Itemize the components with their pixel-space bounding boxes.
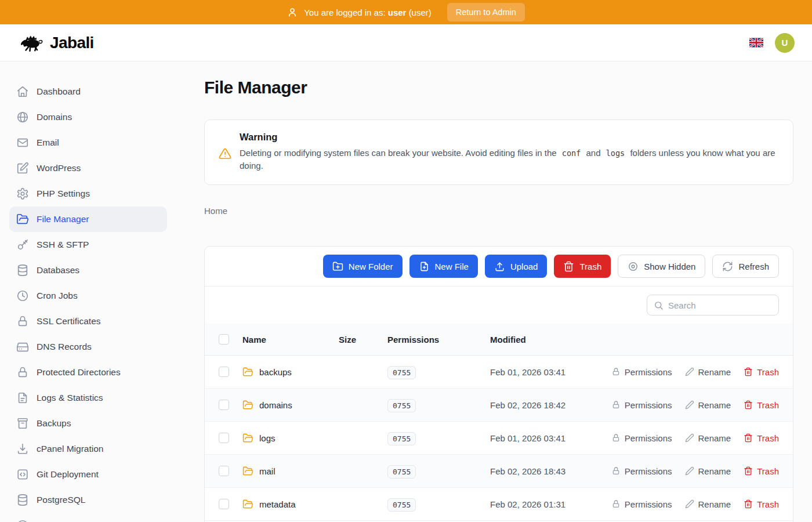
file-name-link[interactable]: domains xyxy=(242,400,339,411)
sidebar-item-label: PostgreSQL xyxy=(37,495,85,505)
language-flag-icon[interactable] xyxy=(749,38,763,48)
sidebar-item-ssh-sftp[interactable]: SSH & SFTP xyxy=(9,232,167,258)
permissions-badge: 0755 xyxy=(387,366,416,379)
warning-alert: Warning Deleting or modifying system fil… xyxy=(204,119,793,185)
show-hidden-button[interactable]: Show Hidden xyxy=(618,255,705,278)
file-plus-icon xyxy=(419,261,430,272)
trash-action[interactable]: Trash xyxy=(744,367,779,377)
column-header-permissions: Permissions xyxy=(387,335,490,345)
sidebar-item-wordpress[interactable]: WordPress xyxy=(9,155,167,181)
rename-action[interactable]: Rename xyxy=(685,400,731,410)
row-actions: Permissions Rename Trash xyxy=(611,400,779,410)
search-icon xyxy=(654,300,664,310)
select-all-checkbox[interactable] xyxy=(219,334,229,345)
search-input[interactable] xyxy=(668,300,772,310)
sidebar-item-label: Cron Jobs xyxy=(37,291,78,301)
row-checkbox[interactable] xyxy=(219,499,229,509)
brand-logo[interactable]: Jabali xyxy=(19,33,94,53)
sidebar-item-file-manager[interactable]: File Manager xyxy=(9,206,167,232)
sidebar-item-postgresql[interactable]: PostgreSQL xyxy=(9,487,167,513)
upload-button[interactable]: Upload xyxy=(485,255,548,278)
rename-action[interactable]: Rename xyxy=(685,499,731,509)
row-checkbox[interactable] xyxy=(219,367,229,377)
pencil-icon xyxy=(685,466,694,476)
impersonated-role: (user) xyxy=(409,8,432,17)
file-name-link[interactable]: logs xyxy=(242,433,339,444)
trash-action[interactable]: Trash xyxy=(744,466,779,476)
sidebar-item-cpanel-migration[interactable]: cPanel Migration xyxy=(9,436,167,462)
trash-action[interactable]: Trash xyxy=(744,400,779,410)
permissions-action[interactable]: Permissions xyxy=(611,400,672,410)
permissions-badge: 0755 xyxy=(387,399,416,412)
sidebar-item-label: Logs & Statistics xyxy=(37,393,103,403)
file-name-link[interactable]: mail xyxy=(242,466,339,477)
rename-action[interactable]: Rename xyxy=(685,466,731,476)
sidebar-item-label: Protected Directories xyxy=(37,367,121,378)
folder-icon xyxy=(242,466,253,477)
permissions-badge: 0755 xyxy=(387,432,416,445)
table-row: mail 0755 Feb 02, 2026 18:43 Permissions… xyxy=(205,455,793,488)
pencil-icon xyxy=(685,400,694,409)
trash-action[interactable]: Trash xyxy=(744,433,779,443)
modified-date: Feb 02, 2026 18:42 xyxy=(490,400,611,410)
permissions-action[interactable]: Permissions xyxy=(611,367,672,377)
sidebar-item-logs-statistics[interactable]: Logs & Statistics xyxy=(9,385,167,411)
rename-action[interactable]: Rename xyxy=(685,367,731,377)
trash-button[interactable]: Trash xyxy=(554,255,611,278)
permissions-action[interactable]: Permissions xyxy=(611,433,672,443)
trash-icon xyxy=(744,367,753,376)
sidebar-item-label: cPanel Migration xyxy=(37,444,103,454)
sidebar-item-git-deployment[interactable]: Git Deployment xyxy=(9,462,167,487)
search-box xyxy=(647,295,779,316)
sidebar-item-php-settings[interactable]: PHP Settings xyxy=(9,181,167,206)
sidebar-item-email[interactable]: Email xyxy=(9,130,167,155)
sidebar-item-domains[interactable]: Domains xyxy=(9,104,167,130)
new-folder-button[interactable]: New Folder xyxy=(323,255,403,278)
row-checkbox[interactable] xyxy=(219,400,229,410)
trash-icon xyxy=(744,466,753,476)
sidebar-item-label: Git Deployment xyxy=(37,469,99,480)
trash-action[interactable]: Trash xyxy=(744,499,779,509)
lock-icon xyxy=(611,400,621,409)
file-name-link[interactable]: backups xyxy=(242,367,339,378)
upload-icon xyxy=(494,261,505,272)
lock-icon xyxy=(16,366,29,379)
sidebar-item-protected-directories[interactable]: Protected Directories xyxy=(9,360,167,385)
sidebar-item-label: Databases xyxy=(37,265,79,276)
table-header-row: Name Size Permissions Modified xyxy=(205,324,793,356)
download-icon xyxy=(16,443,29,455)
archive-icon xyxy=(16,417,29,430)
refresh-button[interactable]: Refresh xyxy=(712,255,779,278)
new-file-button[interactable]: New File xyxy=(409,255,478,278)
permissions-action[interactable]: Permissions xyxy=(611,499,672,509)
sidebar-item-label: WordPress xyxy=(37,163,81,173)
table-row: domains 0755 Feb 02, 2026 18:42 Permissi… xyxy=(205,389,793,422)
sidebar-item-label: Email xyxy=(37,137,59,148)
rename-action[interactable]: Rename xyxy=(685,433,731,443)
return-to-admin-button[interactable]: Return to Admin xyxy=(447,3,525,21)
file-name-link[interactable]: metadata xyxy=(242,499,339,510)
row-actions: Permissions Rename Trash xyxy=(611,499,779,509)
sidebar-item-label: Domains xyxy=(37,112,72,122)
home-icon xyxy=(16,85,29,98)
permissions-action[interactable]: Permissions xyxy=(611,466,672,476)
breadcrumb-home[interactable]: Home xyxy=(204,206,227,216)
trash-icon xyxy=(744,499,753,509)
code-logs: logs xyxy=(603,148,628,158)
sidebar-item-ssl-certificates[interactable]: SSL Certificates xyxy=(9,309,167,334)
sidebar-item-partial[interactable] xyxy=(9,513,167,522)
row-checkbox[interactable] xyxy=(219,433,229,443)
main-content: File Manager Warning Deleting or modifyi… xyxy=(176,61,812,522)
mail-icon xyxy=(16,136,29,149)
row-actions: Permissions Rename Trash xyxy=(611,466,779,476)
sidebar-item-label: Dashboard xyxy=(37,86,81,97)
sidebar-item-dashboard[interactable]: Dashboard xyxy=(9,79,167,104)
modified-date: Feb 01, 2026 03:41 xyxy=(490,433,611,443)
user-avatar[interactable]: U xyxy=(775,33,795,53)
sidebar-item-dns-records[interactable]: DNS Records xyxy=(9,334,167,360)
sidebar-item-cron-jobs[interactable]: Cron Jobs xyxy=(9,283,167,309)
row-checkbox[interactable] xyxy=(219,466,229,476)
sidebar-item-backups[interactable]: Backups xyxy=(9,411,167,436)
column-header-modified: Modified xyxy=(490,335,779,345)
sidebar-item-databases[interactable]: Databases xyxy=(9,258,167,283)
